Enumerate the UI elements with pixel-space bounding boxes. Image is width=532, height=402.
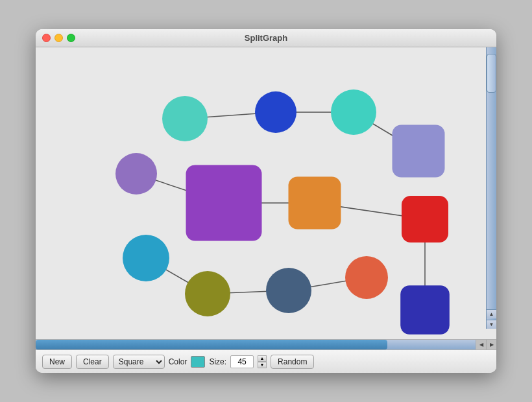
svg-point-12 (331, 89, 376, 135)
new-button[interactable]: New (42, 355, 72, 369)
graph-canvas[interactable] (36, 47, 483, 339)
traffic-lights (42, 34, 75, 42)
toolbar: New Clear Square Circle Color Size: ▲ ▼ … (36, 349, 496, 373)
color-swatch[interactable] (191, 356, 205, 368)
scroll-down-icon: ▼ (489, 322, 494, 327)
scroll-right-icon: ▶ (490, 342, 494, 348)
maximize-button[interactable] (67, 34, 75, 42)
svg-rect-16 (393, 125, 445, 178)
color-label: Color (169, 357, 187, 366)
main-window: SplitGraph ▲ ▼ (36, 29, 496, 373)
stepper-up-button[interactable]: ▲ (258, 355, 267, 362)
clear-button[interactable]: Clear (76, 355, 109, 369)
scroll-left-icon: ◀ (479, 342, 483, 348)
scroll-right-arrow[interactable]: ▶ (486, 340, 496, 349)
svg-point-20 (266, 268, 311, 313)
scrollbar-horizontal-container: ◀ ▶ (36, 339, 496, 349)
minimize-button[interactable] (54, 34, 63, 42)
scrollbar-vertical[interactable]: ▲ ▼ (486, 47, 496, 329)
scroll-up-arrow[interactable]: ▲ (487, 309, 496, 318)
svg-rect-15 (289, 177, 341, 230)
scroll-up-icon: ▲ (489, 311, 494, 317)
scroll-left-arrow[interactable]: ◀ (476, 340, 486, 349)
close-button[interactable] (42, 34, 51, 42)
graph-svg (36, 47, 483, 339)
svg-point-10 (162, 96, 208, 141)
svg-point-19 (185, 271, 230, 316)
svg-point-18 (123, 235, 169, 281)
svg-rect-22 (400, 285, 450, 335)
content-area: ▲ ▼ ◀ ▶ Ne (36, 47, 496, 373)
scrollbar-horizontal[interactable] (36, 340, 476, 349)
stepper-down-button[interactable]: ▼ (258, 362, 267, 368)
size-input[interactable] (230, 355, 254, 368)
scrollbar-horizontal-thumb[interactable] (36, 340, 387, 349)
random-button[interactable]: Random (271, 355, 314, 369)
svg-rect-17 (402, 196, 448, 242)
graph-panel: ▲ ▼ (36, 47, 496, 339)
size-label: Size: (209, 357, 226, 366)
shape-select[interactable]: Square Circle (113, 355, 165, 369)
canvas-wrapper: ▲ ▼ ◀ ▶ (36, 47, 496, 349)
window-title: SplitGraph (245, 33, 287, 43)
size-stepper: ▲ ▼ (258, 355, 267, 368)
svg-rect-14 (186, 165, 262, 241)
scroll-down-arrow[interactable]: ▼ (487, 320, 496, 329)
svg-point-11 (255, 91, 296, 133)
title-bar: SplitGraph (36, 29, 496, 47)
scrollbar-vertical-thumb[interactable] (487, 54, 496, 93)
svg-point-13 (115, 153, 157, 195)
svg-point-21 (345, 256, 388, 299)
